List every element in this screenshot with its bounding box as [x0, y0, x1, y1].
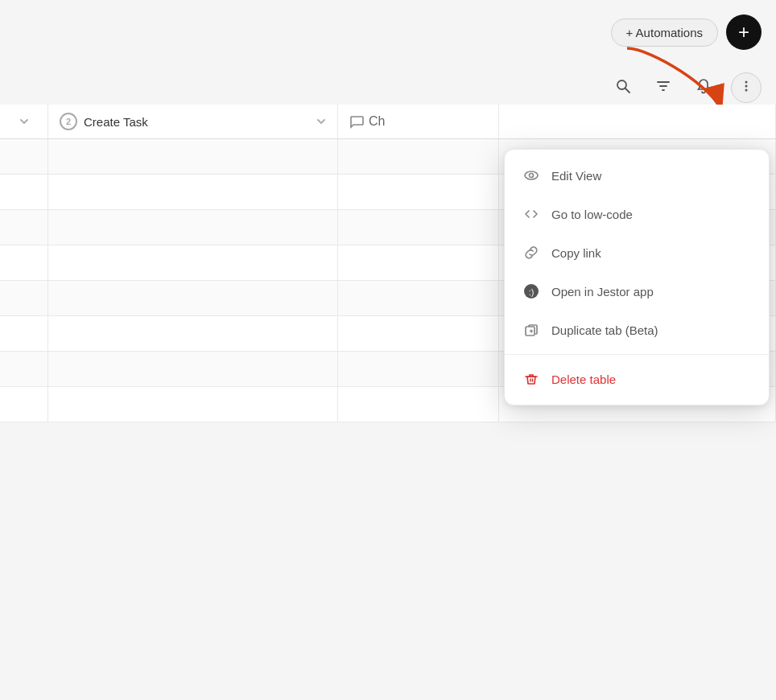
- bottom-area: [0, 636, 776, 700]
- row-cell-arrow: [0, 316, 48, 351]
- row-cell-ch: [338, 175, 499, 209]
- row-cell-arrow: [0, 352, 48, 386]
- code-icon: [522, 205, 540, 223]
- duplicate-icon: [522, 321, 540, 339]
- secondary-toolbar: [610, 72, 762, 103]
- svg-point-7: [530, 174, 534, 178]
- search-button[interactable]: [610, 75, 636, 101]
- col-rest: [499, 105, 776, 138]
- col-arrow[interactable]: [0, 105, 48, 138]
- row-cell-ch: [338, 387, 499, 422]
- row-cell-ch: [338, 281, 499, 315]
- trash-icon: [522, 370, 540, 388]
- svg-point-3: [745, 84, 748, 87]
- menu-item-open-jestor-label: Open in Jestor app: [551, 285, 654, 299]
- row-cell-task: [48, 139, 338, 174]
- row-cell-ch: [338, 352, 499, 386]
- jestor-icon: :): [522, 282, 540, 300]
- row-cell-task: [48, 245, 338, 280]
- col-create-task: 2 Create Task: [48, 105, 338, 138]
- svg-point-4: [745, 89, 748, 91]
- menu-item-edit-view[interactable]: Edit View: [505, 156, 769, 195]
- menu-item-low-code[interactable]: Go to low-code: [505, 195, 769, 233]
- row-cell-arrow: [0, 139, 48, 174]
- more-options-button[interactable]: [731, 72, 762, 103]
- bell-button[interactable]: [691, 75, 716, 101]
- col-title: Create Task: [84, 115, 310, 129]
- search-icon: [615, 78, 631, 98]
- row-cell-task: [48, 316, 338, 351]
- svg-text::): :): [529, 287, 535, 297]
- row-cell-task: [48, 281, 338, 315]
- col-ch: Ch: [338, 105, 499, 138]
- add-icon: +: [738, 21, 749, 43]
- row-cell-arrow: [0, 387, 48, 422]
- svg-line-1: [625, 88, 630, 93]
- menu-item-low-code-label: Go to low-code: [551, 208, 633, 221]
- automations-label: + Automations: [626, 26, 703, 39]
- row-cell-arrow: [0, 210, 48, 245]
- col-ch-label: Ch: [369, 114, 385, 129]
- row-cell-arrow: [0, 245, 48, 280]
- eye-icon: [522, 167, 540, 184]
- more-icon: [739, 79, 753, 97]
- row-cell-ch: [338, 316, 499, 351]
- add-button[interactable]: +: [726, 14, 762, 50]
- menu-item-delete-table[interactable]: Delete table: [505, 360, 769, 398]
- context-dropdown-menu: Edit View Go to low-code Copy link :) Op…: [504, 149, 770, 406]
- menu-item-duplicate-tab-label: Duplicate tab (Beta): [551, 323, 658, 337]
- automations-button[interactable]: + Automations: [611, 19, 718, 47]
- row-cell-ch: [338, 139, 499, 174]
- row-cell-task: [48, 210, 338, 245]
- row-cell-ch: [338, 210, 499, 245]
- menu-item-copy-link-label: Copy link: [551, 246, 601, 260]
- col-badge: 2: [60, 113, 77, 130]
- row-cell-task: [48, 387, 338, 422]
- row-cell-task: [48, 175, 338, 209]
- menu-item-duplicate-tab[interactable]: Duplicate tab (Beta): [505, 311, 769, 349]
- filter-icon: [656, 79, 671, 97]
- link-icon: [522, 244, 540, 261]
- row-cell-arrow: [0, 281, 48, 315]
- top-toolbar: + Automations +: [611, 14, 762, 50]
- filter-button[interactable]: [650, 75, 676, 101]
- menu-item-copy-link[interactable]: Copy link: [505, 233, 769, 272]
- menu-item-open-jestor[interactable]: :) Open in Jestor app: [505, 272, 769, 311]
- row-cell-arrow: [0, 175, 48, 209]
- table-header: 2 Create Task Ch: [0, 105, 776, 139]
- menu-item-delete-table-label: Delete table: [551, 373, 616, 386]
- svg-point-6: [525, 171, 538, 179]
- menu-item-edit-view-label: Edit View: [551, 169, 601, 183]
- row-cell-task: [48, 352, 338, 386]
- menu-divider: [505, 354, 769, 355]
- svg-point-2: [745, 80, 748, 83]
- bell-icon: [696, 78, 712, 98]
- row-cell-ch: [338, 245, 499, 280]
